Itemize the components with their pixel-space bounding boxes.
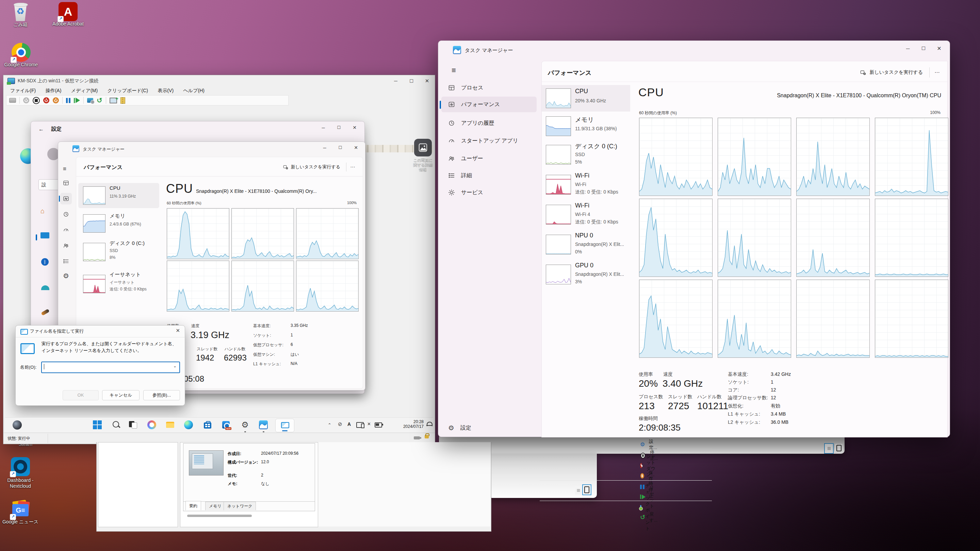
perf-item-cpu[interactable]: CPU 11% 3.19 GHz [78, 183, 159, 208]
perf-item-disk[interactable]: ディスク 0 (C:) SSD 5% [542, 141, 630, 169]
maximize-button[interactable]: ☐ [331, 122, 347, 133]
desktop-icon-nextcloud[interactable]: ↗ Dashboard - Nextcloud [0, 457, 41, 489]
desktop-icon-google-news[interactable]: G≡ ↗ Google ニュース [0, 500, 41, 525]
start-vm-icon[interactable] [23, 97, 29, 103]
device-toggle-selected[interactable] [582, 484, 592, 495]
chevron-down-icon[interactable]: ⌄ [173, 364, 177, 368]
menu-view[interactable]: 表示(V) [153, 87, 178, 95]
users-icon[interactable] [63, 243, 69, 249]
menu-action[interactable]: 操作(A) [41, 87, 66, 95]
close-button[interactable]: ✕ [931, 41, 947, 56]
display-tray-icon[interactable] [356, 422, 364, 428]
tab-summary[interactable]: 要約 [185, 501, 201, 510]
perf-item-npu[interactable]: NPU 0 Snapdragon(R) X Elit... 0% [542, 230, 630, 259]
run-new-task-button[interactable]: 新しいタスクを実行する [280, 162, 344, 172]
maximize-button[interactable]: ☐ [916, 41, 931, 56]
cancel-button[interactable]: キャンセル [102, 390, 140, 400]
run-input[interactable]: ⌄ [41, 362, 180, 373]
action-revert[interactable]: ↺戻す... [640, 514, 657, 521]
menu-clipboard[interactable]: クリップボード(C) [103, 87, 152, 95]
close-button[interactable]: ✕ [419, 75, 435, 87]
tab-memory[interactable]: メモリ [205, 502, 225, 510]
edge-icon[interactable] [184, 421, 193, 429]
back-icon[interactable]: ← [38, 126, 44, 132]
resume-icon[interactable] [74, 98, 80, 103]
perf-item-disk[interactable]: ディスク 0 (C:) SSD 8% [78, 239, 159, 268]
details-icon[interactable] [63, 258, 69, 264]
close-icon[interactable]: ✕ [176, 327, 180, 333]
ime-indicator[interactable]: A [347, 421, 351, 427]
outlook-icon[interactable]: NEW [221, 421, 231, 429]
minimize-button[interactable]: ─ [388, 75, 404, 87]
ctrl-alt-del-icon[interactable] [9, 98, 16, 103]
startup-apps-icon[interactable] [63, 227, 69, 233]
no-internet-icon[interactable]: ⊘ [338, 421, 342, 427]
battery-icon[interactable] [375, 422, 382, 427]
home-icon[interactable]: ⌂ [40, 207, 45, 215]
scrollbar-thumb[interactable] [187, 514, 252, 517]
hamburger-icon[interactable]: ≡ [63, 166, 66, 172]
nav-performance[interactable]: パフォーマンス [448, 98, 543, 111]
personalization-icon[interactable] [41, 309, 50, 316]
perf-item-gpu[interactable]: GPU 0 Snapdragon(R) X Elit... 3% [542, 260, 630, 289]
perf-item-wifi[interactable]: Wi-Fi Wi-Fi 送信: 0 受信: 0 Kbps [542, 171, 630, 199]
search-icon[interactable] [112, 421, 121, 429]
checkpoint-icon[interactable] [87, 98, 93, 103]
turn-off-icon[interactable] [33, 97, 40, 104]
action-settings[interactable]: ⚙設定... [640, 441, 657, 448]
network-error-icon[interactable]: ✕ [367, 421, 371, 427]
file-explorer-icon[interactable] [166, 421, 175, 429]
desktop-icon-recycle-bin[interactable]: ♻ ごみ箱 [0, 3, 41, 27]
vm-titlebar[interactable]: KM-SDX 上の win11 - 仮想マシン接続 ─ ☐ ✕ [3, 75, 435, 87]
nav-app-history[interactable]: アプリの履歴 [448, 116, 543, 130]
details-toggle-selected[interactable] [824, 443, 834, 454]
hamburger-icon[interactable]: ≡ [452, 66, 456, 75]
tab-network[interactable]: ネットワーク [224, 502, 256, 510]
close-button[interactable]: ✕ [348, 142, 364, 153]
revert-icon[interactable]: ↺ [97, 97, 102, 104]
desktop-icon-google-chrome[interactable]: ↗ Google Chrome [1, 43, 41, 68]
copilot-icon[interactable] [147, 421, 156, 429]
maximize-button[interactable]: ☐ [404, 75, 419, 87]
pause-icon[interactable] [66, 98, 70, 103]
run-taskbar-button-active[interactable] [275, 419, 294, 432]
perf-item-wifi4[interactable]: Wi-Fi Wi-Fi 4 送信: 0 受信: 0 Kbps [542, 201, 630, 229]
bluetooth-icon[interactable]: ᛒ [41, 258, 49, 266]
task-manager-icon[interactable] [259, 421, 268, 429]
processes-icon[interactable] [63, 180, 69, 186]
tray-chevron-icon[interactable]: ⌃ [328, 422, 331, 427]
minimize-button[interactable]: ─ [900, 41, 916, 56]
task-view-icon[interactable] [128, 421, 137, 429]
perf-item-memory[interactable]: メモリ 2.4/3.6 GB (67%) [78, 211, 159, 236]
maximize-button[interactable]: ☐ [332, 142, 348, 153]
ok-button[interactable]: OK [63, 390, 99, 400]
menu-file[interactable]: ファイル(F) [6, 87, 40, 95]
minimize-button[interactable]: ─ [315, 122, 331, 133]
action-shutdown[interactable]: シャットダウン... [640, 462, 659, 469]
perf-item-cpu[interactable]: CPU 20% 3.40 GHz [542, 85, 630, 111]
perf-item-ethernet[interactable]: イーサネット イーサネット 送信: 0 受信: 0 Kbps [78, 271, 159, 301]
details-toggle[interactable] [575, 486, 582, 495]
perf-item-memory[interactable]: メモリ 11.9/31.3 GB (38%) [542, 113, 630, 140]
run-new-task-button[interactable]: 新しいタスクを実行する [856, 67, 927, 78]
wifi-icon[interactable] [41, 285, 49, 290]
nav-settings[interactable]: ⚙ 設定 [448, 421, 543, 435]
spotlight-desktop-icon[interactable]: この写真に関する詳細情報 [412, 139, 433, 172]
action-checkpoint[interactable]: チェックポイント [640, 503, 654, 511]
enhanced-session-icon[interactable]: + [110, 98, 117, 103]
nav-details[interactable]: 詳細 [448, 169, 543, 182]
desktop-icon-adobe-acrobat[interactable]: A ↗ Adobe Acrobat [43, 2, 92, 27]
nav-startup-apps[interactable]: スタートアップ アプリ [448, 134, 547, 148]
tray-clock[interactable]: 20:28 2024/07/17 [403, 419, 424, 429]
shutdown-icon[interactable] [43, 97, 49, 103]
store-icon[interactable] [203, 421, 212, 429]
save-state-icon[interactable] [53, 97, 59, 103]
menu-help[interactable]: ヘルプ(H) [179, 87, 208, 95]
system-icon[interactable] [40, 232, 49, 238]
minimize-button[interactable]: ─ [317, 142, 332, 153]
more-options-button[interactable]: … [934, 68, 940, 74]
start-button[interactable] [93, 421, 102, 429]
performance-icon[interactable] [63, 195, 69, 202]
nav-processes[interactable]: プロセス [448, 81, 543, 95]
browse-button[interactable]: 参照(B)... [143, 390, 180, 400]
